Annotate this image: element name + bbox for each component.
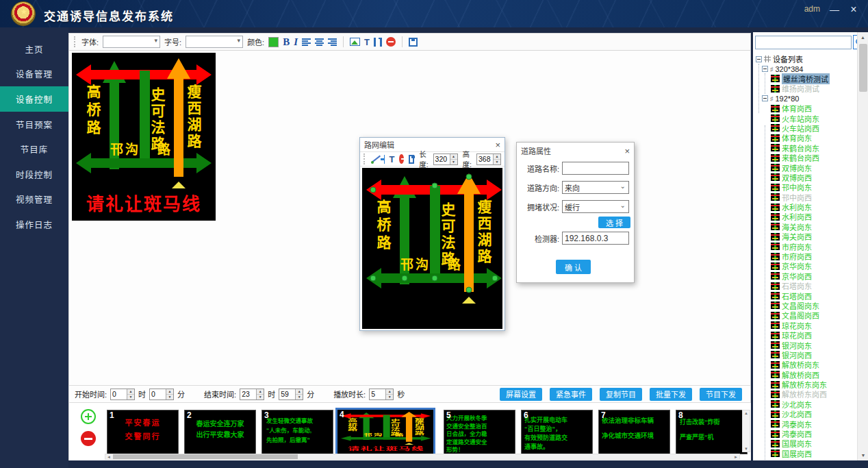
- collapse-icon[interactable]: [762, 66, 768, 72]
- tree-device-item[interactable]: 解放桥东岗西: [753, 389, 856, 399]
- program-thumbnail[interactable]: 6 扎实开展电动车 “百日整治”， 有效预防道路交 通事故。: [521, 410, 593, 454]
- confirm-button[interactable]: 确 认: [556, 260, 591, 274]
- align-center-icon[interactable]: [315, 38, 324, 46]
- tree-device-item[interactable]: 京华岗西: [753, 271, 856, 281]
- screen-settings-button[interactable]: 屏幕设置: [500, 388, 542, 401]
- tree-device-item[interactable]: 解放桥岗西: [753, 370, 856, 380]
- tree-device-item[interactable]: 琼花岗东: [753, 321, 856, 330]
- end-minute-spinner[interactable]: 59 ▲▼: [279, 389, 303, 400]
- tree-device-item[interactable]: 双博岗东: [753, 162, 856, 172]
- emergency-event-button[interactable]: 紧急事件: [550, 388, 592, 401]
- sidebar-item-time-control[interactable]: 时段控制: [0, 162, 68, 187]
- align-left-icon[interactable]: [302, 38, 311, 46]
- sidebar-item-video-manage[interactable]: 视频管理: [0, 187, 68, 212]
- tree-device-item[interactable]: 邗中岗东: [753, 182, 856, 192]
- color-swatch[interactable]: [268, 37, 279, 47]
- end-hour-spinner[interactable]: 23 ▲▼: [240, 389, 264, 400]
- save-icon[interactable]: [409, 38, 418, 47]
- text-tool-icon[interactable]: T: [364, 37, 370, 47]
- tree-device-item[interactable]: 水利岗西: [753, 212, 856, 221]
- collapse-icon[interactable]: [756, 56, 762, 62]
- program-thumbnail[interactable]: 5 大力开展秋冬季 交通安全整治百 日会战，全力稳 定道路交通安全 形势！: [444, 410, 515, 454]
- tree-root[interactable]: 设备列表: [753, 54, 856, 64]
- scroll-left-arrow[interactable]: ◄: [105, 454, 112, 460]
- tree-device-item[interactable]: 解放桥东岗东: [753, 380, 856, 389]
- program-thumbnail[interactable]: 1 平安春运 交警同行: [107, 410, 179, 454]
- horizontal-scrollbar[interactable]: ◄ ►: [105, 454, 740, 460]
- tree-device-item[interactable]: 银河岗西: [753, 350, 856, 360]
- sidebar-item-operation-log[interactable]: 操作日志: [0, 212, 68, 237]
- start-minute-spinner[interactable]: 0 ▲▼: [149, 389, 174, 400]
- align-right-icon[interactable]: [328, 38, 337, 46]
- tree-device-item[interactable]: 火车站岗东: [753, 113, 856, 123]
- dialog-titlebar[interactable]: 道路属性 ×: [517, 143, 634, 159]
- select-detector-button[interactable]: 选 择: [598, 217, 630, 228]
- scroll-up-arrow[interactable]: ▲: [858, 32, 868, 42]
- tree-device-item[interactable]: 双博岗西: [753, 173, 856, 182]
- scrollbar-thumb[interactable]: [113, 454, 298, 459]
- program-thumbnail[interactable]: 3 发生轻微交通事故 “人未伤，车能动, 先拍照，后撤离”: [261, 410, 333, 454]
- dialog-close-icon[interactable]: ×: [624, 147, 630, 156]
- tree-device-item[interactable]: 来鹤台岗东: [753, 143, 856, 153]
- tree-device-item[interactable]: 海关岗西: [753, 232, 856, 241]
- tree-device-item[interactable]: 京华岗东: [753, 261, 856, 271]
- duration-spinner[interactable]: 5 ▲▼: [369, 389, 394, 400]
- sidebar-item-home[interactable]: 主页: [0, 36, 68, 62]
- tree-device-item[interactable]: 海关岗东: [753, 222, 856, 232]
- tree-device-item[interactable]: 鸿泰岗西: [753, 429, 856, 439]
- tree-device-item[interactable]: 解放桥岗东: [753, 360, 856, 369]
- tree-device-item[interactable]: 国展岗西: [753, 449, 856, 458]
- device-search-input[interactable]: [755, 36, 852, 49]
- tree-device-item[interactable]: 石塔岗西: [753, 291, 856, 300]
- collapse-icon[interactable]: [762, 95, 768, 101]
- tree-device-item[interactable]: 来鹤台岗西: [753, 153, 856, 162]
- tree-device-item[interactable]: 火车站岗西: [753, 123, 856, 133]
- tree-device-item[interactable]: 市府岗西: [753, 251, 856, 261]
- tree-device-item[interactable]: 水利岗东: [753, 202, 856, 212]
- tree-device-item[interactable]: 体育岗东: [753, 133, 856, 143]
- font-select[interactable]: [103, 36, 160, 48]
- congestion-select[interactable]: 缓行: [562, 200, 629, 213]
- tree-device-item[interactable]: 石塔岗东: [753, 281, 856, 291]
- tree-group-192x80[interactable]: ♯ 192*80: [753, 94, 856, 103]
- sidebar-item-program-plan[interactable]: 节目预案: [0, 112, 68, 137]
- program-thumbnail[interactable]: 2 春运安全连万家 出行平安靠大家: [184, 410, 256, 454]
- tree-device-item[interactable]: 市府岗东: [753, 241, 856, 251]
- tree-device-item[interactable]: 邗中岗西: [753, 192, 856, 201]
- tree-device-item[interactable]: 琼花岗西: [753, 330, 856, 340]
- length-spinner[interactable]: 320 ▲▼: [433, 153, 458, 165]
- tree-device-item[interactable]: 沙北岗西: [753, 409, 856, 419]
- road-name-input[interactable]: [562, 162, 629, 175]
- scroll-down-arrow[interactable]: ▼: [858, 450, 868, 460]
- save-icon[interactable]: [409, 155, 414, 164]
- remove-program-button[interactable]: [81, 431, 96, 446]
- tree-device-item[interactable]: 国展岗东: [753, 439, 856, 448]
- road-editor-canvas[interactable]: 高桥路 史可法路 瘦西湖路 邗沟 路 请礼让斑马线: [362, 168, 502, 329]
- line-tool-icon[interactable]: [371, 155, 375, 164]
- insert-image-icon[interactable]: [350, 38, 360, 46]
- tree-device-item[interactable]: 文昌阁岗东: [753, 301, 856, 310]
- sidebar-item-device-manage[interactable]: 设备管理: [0, 62, 68, 87]
- sidebar-item-program-library[interactable]: 节目库: [0, 136, 68, 162]
- copy-program-button[interactable]: 复制节目: [600, 388, 642, 401]
- bold-button[interactable]: B: [283, 36, 290, 48]
- tree-device-item[interactable]: 鸿泰岗东: [753, 419, 856, 428]
- tree-device-item[interactable]: 螺丝湾桥测试: [753, 74, 856, 84]
- move-tool-icon[interactable]: [381, 155, 385, 164]
- dialog-close-icon[interactable]: ×: [495, 140, 500, 149]
- delete-icon[interactable]: [386, 37, 396, 47]
- minimize-button[interactable]: —: [827, 3, 842, 16]
- delete-icon[interactable]: [399, 154, 404, 164]
- program-thumbnail[interactable]: 8 打击改装“炸街 严查严惩“机: [676, 410, 748, 454]
- add-program-button[interactable]: [81, 409, 96, 424]
- tree-device-item[interactable]: 维扬岗测试: [753, 84, 856, 93]
- start-hour-spinner[interactable]: 0 ▲▼: [110, 389, 135, 400]
- text-tool-icon[interactable]: T: [390, 154, 395, 164]
- tree-device-item[interactable]: 银河岗东: [753, 340, 856, 349]
- tree-group-320x384[interactable]: ♯ 320*384: [753, 64, 856, 73]
- playlist-vertical-scrollbar[interactable]: ▲▼: [742, 410, 750, 452]
- scroll-right-arrow[interactable]: ►: [732, 454, 739, 460]
- scrollbar-thumb[interactable]: [859, 44, 867, 92]
- tree-device-item[interactable]: 文昌阁岗西: [753, 310, 856, 320]
- program-thumbnail-selected[interactable]: 4 高桥路 史可法路 瘦西湖路 邗沟 路 请礼让斑马线: [335, 408, 435, 456]
